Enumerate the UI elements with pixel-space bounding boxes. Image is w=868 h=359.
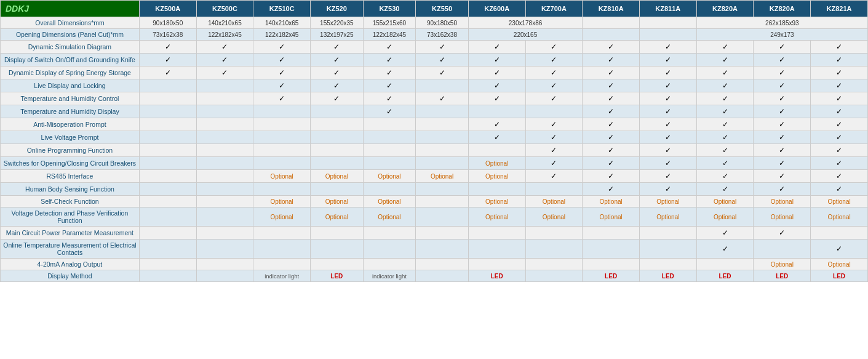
- check-mark: ✓: [551, 133, 557, 142]
- table-cell: ✓: [525, 79, 583, 92]
- dimension-text: 73x162x38: [153, 31, 183, 38]
- table-cell: ✓: [311, 79, 364, 92]
- table-cell: [416, 270, 469, 282]
- table-cell: ✓: [311, 41, 364, 54]
- table-cell: [196, 183, 253, 196]
- optional-label: Optional: [543, 214, 565, 220]
- table-cell: [639, 240, 696, 259]
- check-mark: ✓: [779, 94, 785, 103]
- table-cell: 140x210x65: [196, 17, 253, 29]
- check-mark: ✓: [439, 94, 445, 103]
- check-mark: ✓: [221, 55, 228, 64]
- check-mark: ✓: [165, 42, 171, 51]
- dimension-text: 140x210x65: [208, 20, 242, 26]
- table-cell: ✓: [583, 118, 640, 131]
- table-cell: [253, 131, 311, 144]
- check-mark: ✓: [836, 133, 842, 142]
- table-cell: [139, 105, 196, 118]
- table-cell: Optional: [468, 208, 525, 227]
- check-mark: ✓: [165, 55, 171, 64]
- row-label: Live Display and Locking: [1, 79, 140, 92]
- check-mark: ✓: [439, 55, 445, 64]
- model-header-kz700a: KZ700A: [525, 1, 583, 17]
- optional-label: Optional: [485, 214, 508, 220]
- table-cell: Optional: [253, 208, 311, 227]
- table-cell: [583, 240, 640, 259]
- table-cell: LED: [811, 270, 868, 282]
- check-mark: ✓: [665, 133, 671, 142]
- check-mark: ✓: [779, 81, 785, 90]
- dimension-text: 122x182x45: [265, 31, 299, 38]
- check-mark: ✓: [779, 133, 785, 142]
- check-mark: ✓: [386, 55, 392, 64]
- table-cell: ✓: [468, 41, 525, 54]
- table-cell: [311, 157, 364, 170]
- table-cell: [583, 259, 640, 270]
- dimension-text: 155x220x35: [320, 20, 354, 26]
- check-mark: ✓: [836, 42, 842, 51]
- table-cell: ✓: [583, 170, 640, 183]
- table-cell: ✓: [639, 131, 696, 144]
- logo-cell: DDKJ: [1, 1, 140, 17]
- table-cell: ✓: [754, 118, 811, 131]
- table-cell: ✓: [416, 41, 469, 54]
- check-mark: ✓: [608, 107, 614, 116]
- led-label: LED: [605, 273, 617, 280]
- table-cell: ✓: [754, 67, 811, 79]
- led-label: LED: [330, 273, 343, 280]
- table-cell: indicator light: [253, 270, 311, 282]
- table-cell: ✓: [811, 105, 868, 118]
- check-mark: ✓: [665, 185, 671, 193]
- table-cell: Optional: [468, 170, 525, 183]
- table-cell: [253, 157, 311, 170]
- table-row: Dynamic Display of Spring Energy Storage…: [1, 67, 868, 79]
- optional-label: Optional: [656, 214, 679, 220]
- table-cell: ✓: [525, 131, 583, 144]
- row-label: Main Circuit Power Parameter Measurement: [1, 227, 140, 240]
- table-cell: ✓: [696, 131, 754, 144]
- table-cell: [416, 144, 469, 157]
- table-cell: ✓: [196, 41, 253, 54]
- row-label: RS485 Interface: [1, 170, 140, 183]
- check-mark: ✓: [836, 94, 842, 103]
- check-mark: ✓: [439, 68, 445, 77]
- optional-label: Optional: [827, 261, 850, 268]
- table-cell: ✓: [696, 79, 754, 92]
- table-cell: ✓: [754, 54, 811, 67]
- model-header-kz811a: KZ811A: [639, 1, 696, 17]
- table-cell: ✓: [754, 157, 811, 170]
- table-cell: ✓: [583, 144, 640, 157]
- model-header-kz821a: KZ821A: [811, 1, 868, 17]
- optional-label: Optional: [485, 173, 508, 180]
- table-cell: [139, 170, 196, 183]
- model-header-kz550: KZ550: [416, 1, 469, 17]
- row-label: Temperature and Humidity Control: [1, 92, 140, 105]
- model-header-kz500a: KZ500A: [139, 1, 196, 17]
- table-cell: ✓: [416, 54, 469, 67]
- table-cell: ✓: [754, 79, 811, 92]
- table-cell: [311, 118, 364, 131]
- table-cell: [754, 240, 811, 259]
- table-cell: ✓: [416, 92, 469, 105]
- table-cell: 90x180x50: [139, 17, 196, 29]
- row-label: Voltage Detection and Phase Verification…: [1, 208, 140, 227]
- check-mark: ✓: [551, 42, 557, 51]
- table-cell: ✓: [754, 144, 811, 157]
- table-cell: [416, 118, 469, 131]
- table-cell: [525, 240, 583, 259]
- table-row: Live Voltage Prompt✓✓✓✓✓✓✓: [1, 131, 868, 144]
- check-mark: ✓: [836, 120, 842, 129]
- check-mark: ✓: [608, 159, 614, 167]
- table-cell: ✓: [639, 79, 696, 92]
- table-cell: LED: [468, 270, 525, 282]
- check-mark: ✓: [836, 244, 842, 253]
- check-mark: ✓: [836, 55, 842, 64]
- indicator-label: indicator light: [265, 273, 299, 280]
- table-cell: [139, 79, 196, 92]
- optional-label: Optional: [325, 198, 348, 205]
- table-cell: [416, 208, 469, 227]
- table-cell: ✓: [811, 92, 868, 105]
- table-cell: ✓: [583, 157, 640, 170]
- table-cell: ✓: [363, 92, 416, 105]
- table-cell: [311, 144, 364, 157]
